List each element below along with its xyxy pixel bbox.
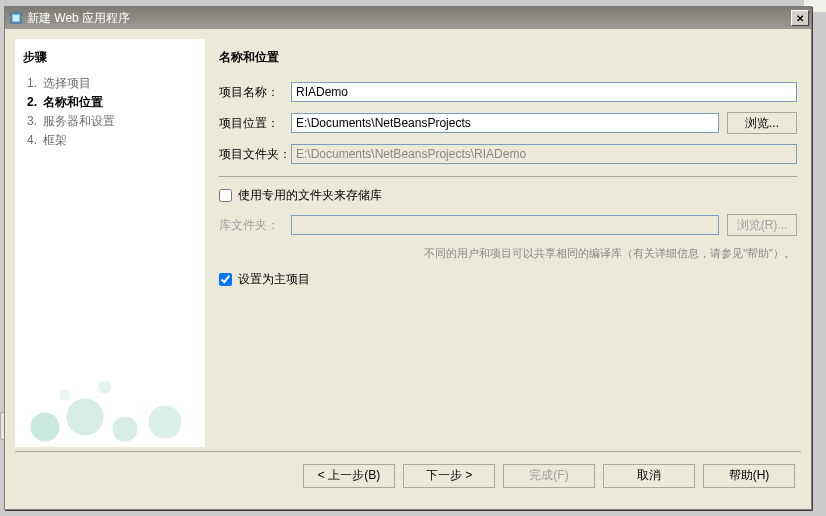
step-item-1: 1.选择项目 <box>27 74 197 93</box>
set-main-row: 设置为主项目 <box>219 271 797 288</box>
close-icon: ✕ <box>796 13 804 24</box>
next-button[interactable]: 下一步 > <box>403 464 495 488</box>
hint-text: 不同的用户和项目可以共享相同的编译库（有关详细信息，请参见"帮助"）。 <box>219 246 795 261</box>
help-button[interactable]: 帮助(H) <box>703 464 795 488</box>
sidebar-decoration <box>15 367 205 447</box>
app-icon <box>9 11 23 25</box>
panel-heading: 名称和位置 <box>219 49 797 66</box>
step-item-3: 3.服务器和设置 <box>27 112 197 131</box>
project-location-input[interactable] <box>291 113 719 133</box>
project-location-label: 项目位置： <box>219 115 291 132</box>
dialog-window: 新建 Web 应用程序 ✕ 步骤 1.选择项目 2.名称和位置 3.服务器和设置… <box>4 6 812 510</box>
steps-list: 1.选择项目 2.名称和位置 3.服务器和设置 4.框架 <box>23 74 197 150</box>
window-title: 新建 Web 应用程序 <box>27 10 791 27</box>
project-folder-label: 项目文件夹： <box>219 146 291 163</box>
dedicated-folder-checkbox[interactable] <box>219 189 232 202</box>
back-button[interactable]: < 上一步(B) <box>303 464 395 488</box>
divider <box>219 176 797 177</box>
project-name-label: 项目名称： <box>219 84 291 101</box>
cancel-button[interactable]: 取消 <box>603 464 695 488</box>
content-area: 步骤 1.选择项目 2.名称和位置 3.服务器和设置 4.框架 名称和位置 项目… <box>15 39 801 447</box>
project-name-row: 项目名称： <box>219 82 797 102</box>
svg-rect-1 <box>13 15 19 21</box>
steps-heading: 步骤 <box>23 49 197 66</box>
step-item-4: 4.框架 <box>27 131 197 150</box>
main-panel: 名称和位置 项目名称： 项目位置： 浏览... 项目文件夹： <box>205 39 801 447</box>
steps-sidebar: 步骤 1.选择项目 2.名称和位置 3.服务器和设置 4.框架 <box>15 39 205 447</box>
browse-lib-button: 浏览(R)... <box>727 214 797 236</box>
set-main-checkbox[interactable] <box>219 273 232 286</box>
step-item-2: 2.名称和位置 <box>27 93 197 112</box>
dialog-body: 步骤 1.选择项目 2.名称和位置 3.服务器和设置 4.框架 名称和位置 项目… <box>5 29 811 509</box>
button-bar: < 上一步(B) 下一步 > 完成(F) 取消 帮助(H) <box>15 451 801 499</box>
dedicated-folder-label: 使用专用的文件夹来存储库 <box>238 187 382 204</box>
project-name-input[interactable] <box>291 82 797 102</box>
browse-button[interactable]: 浏览... <box>727 112 797 134</box>
dedicated-folder-row: 使用专用的文件夹来存储库 <box>219 187 797 204</box>
lib-folder-label: 库文件夹： <box>219 217 291 234</box>
project-folder-input <box>291 144 797 164</box>
set-main-label: 设置为主项目 <box>238 271 310 288</box>
titlebar: 新建 Web 应用程序 ✕ <box>5 7 811 29</box>
finish-button: 完成(F) <box>503 464 595 488</box>
project-location-row: 项目位置： 浏览... <box>219 112 797 134</box>
close-button[interactable]: ✕ <box>791 10 809 26</box>
lib-folder-row: 库文件夹： 浏览(R)... <box>219 214 797 236</box>
lib-folder-input <box>291 215 719 235</box>
project-folder-row: 项目文件夹： <box>219 144 797 164</box>
